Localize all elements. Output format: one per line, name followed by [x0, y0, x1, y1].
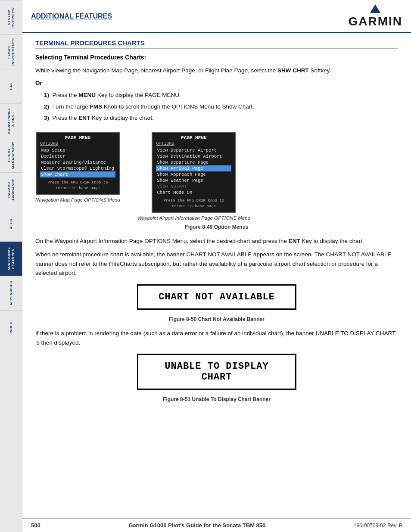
right-menu-item-show-departure[interactable]: Show Departure Page: [156, 159, 231, 165]
right-menu-item-show-approach[interactable]: Show Approach Page: [156, 171, 231, 177]
page-header: ADDITIONAL FEATURES GARMIN: [22, 0, 411, 33]
sidebar-item-afcs[interactable]: AFCS: [0, 207, 22, 241]
chart-not-available-text: CHART NOT AVAILABLE: [159, 292, 275, 302]
sidebar-item-audio-panel[interactable]: AUDIO PANEL& CNS: [0, 103, 22, 138]
intro-text2: Softkey.: [309, 67, 331, 74]
figure-51-caption: Figure 8-51 Unable To Display Chart Bann…: [35, 396, 398, 402]
chart-not-available-banner: CHART NOT AVAILABLE: [137, 284, 296, 310]
intro-bold: SHW CHRT: [277, 67, 309, 74]
para1-text: On the Waypoint Airport Information Page…: [35, 238, 289, 244]
right-menu-caption: Waypoint Airport Information Page OPTION…: [137, 215, 250, 221]
left-menu-footer: Press the FMS CRSR knob toreturn to base…: [40, 180, 115, 191]
footer-title: Garmin G1000 Pilot's Guide for the Socat…: [128, 522, 265, 529]
page-title: ADDITIONAL FEATURES: [31, 12, 112, 20]
subsection-heading: Selecting Terminal Procedures Charts:: [35, 54, 398, 61]
sidebar: SYSTEMOVERVIEW FLIGHTINSTRUMENTS EAS AUD…: [0, 0, 22, 532]
unable-to-display-banner: UNABLE TO DISPLAY CHART: [137, 354, 296, 390]
para2-text: When no terminal procedure chart is avai…: [35, 250, 398, 278]
figure-50-caption: Figure 8-50 Chart Not Available Banner: [35, 316, 398, 322]
steps-list: 1) Press the MENU Key to display the PAG…: [44, 90, 398, 124]
right-menu-footer: Press the FMS CRSR knob toreturn to base…: [156, 198, 231, 209]
sidebar-item-index[interactable]: INDEX: [0, 310, 22, 345]
step-1: 1) Press the MENU Key to display the PAG…: [44, 90, 398, 100]
sidebar-item-flight-instruments[interactable]: FLIGHTINSTRUMENTS: [0, 34, 22, 69]
left-page-menu: PAGE MENU OPTIONS Map Setup Declutter Me…: [36, 132, 120, 194]
section-title: TERMINAL PROCEDURES CHARTS: [35, 39, 398, 49]
step-2: 2) Turn the large FMS Knob to scroll thr…: [44, 102, 398, 112]
left-menu-title: PAGE MENU: [40, 135, 115, 140]
intro-paragraph: While viewing the Navigation Map Page, N…: [35, 66, 398, 75]
unable-to-display-text: UNABLE TO DISPLAY CHART: [165, 361, 268, 383]
right-menu-item-view-notams[interactable]: View NOTAMs: [156, 184, 231, 190]
left-menu-caption: Navigation Map Page OPTIONS Menu: [35, 197, 120, 202]
sidebar-item-appendices[interactable]: APPENDICES: [0, 276, 22, 310]
sidebar-item-hazard-avoidance[interactable]: HAZARDAVOIDANCE: [0, 172, 22, 207]
right-menu-section-label: OPTIONS: [156, 141, 231, 146]
or-label: Or: [35, 80, 398, 86]
right-menu-item-show-weather[interactable]: Show Weather Page: [156, 177, 231, 184]
left-menu-item-show-chart[interactable]: Show Chart: [40, 171, 115, 177]
page-footer: 500 Garmin G1000 Pilot's Guide for the S…: [22, 518, 411, 532]
left-menu-item-clear-stormscope[interactable]: Clear Stormscope® Lightning: [40, 165, 115, 171]
para3-text: If there is a problem in rendering the d…: [35, 329, 398, 347]
left-menu-section-label: OPTIONS: [40, 141, 115, 146]
garmin-logo-text: GARMIN: [348, 15, 402, 28]
para1-bold: ENT: [289, 238, 300, 244]
body-content: TERMINAL PROCEDURES CHARTS Selecting Ter…: [22, 33, 411, 518]
left-menu-item-declutter[interactable]: Declutter: [40, 153, 115, 159]
main-content: ADDITIONAL FEATURES GARMIN TERMINAL PROC…: [22, 0, 411, 532]
sidebar-item-additional-features[interactable]: ADDITIONALFEATURES: [0, 241, 22, 276]
footer-doc-num: 190-00709-02 Rev. B: [354, 523, 402, 529]
para-after-menus: On the Waypoint Airport Information Page…: [35, 236, 398, 246]
figure-49-caption: Figure 8-49 Option Menus: [35, 224, 398, 230]
right-menu-title: PAGE MENU: [156, 135, 231, 140]
right-menu-item-chart-mode[interactable]: Chart Mode On: [156, 190, 231, 196]
left-menu-item-map-setup[interactable]: Map Setup: [40, 147, 115, 153]
footer-page-num: 500: [31, 522, 40, 529]
left-menu-container: PAGE MENU OPTIONS Map Setup Declutter Me…: [35, 132, 120, 202]
garmin-logo: GARMIN: [348, 4, 402, 28]
sidebar-item-flight-management[interactable]: FLIGHTMANAGEMENT: [0, 138, 22, 172]
sidebar-item-eas[interactable]: EAS: [0, 69, 22, 103]
step-3: 3) Press the ENT Key to display the char…: [44, 113, 398, 123]
left-menu-item-measure[interactable]: Measure Bearing/Distance: [40, 159, 115, 165]
intro-text: While viewing the Navigation Map Page, N…: [35, 67, 277, 74]
right-page-menu: PAGE MENU OPTIONS View Departure Airport…: [152, 132, 236, 212]
para1-after: Key to display the chart.: [300, 238, 364, 244]
right-menu-container: PAGE MENU OPTIONS View Departure Airport…: [137, 132, 250, 220]
right-menu-item-show-arrival[interactable]: Show Arrival Page: [156, 165, 231, 171]
right-menu-item-view-departure[interactable]: View Departure Airport: [156, 147, 231, 153]
sidebar-item-system-overview[interactable]: SYSTEMOVERVIEW: [0, 0, 22, 34]
menus-row: PAGE MENU OPTIONS Map Setup Declutter Me…: [35, 132, 398, 220]
garmin-triangle-icon: [370, 4, 380, 13]
right-menu-item-view-destination[interactable]: View Destination Airport: [156, 153, 231, 159]
